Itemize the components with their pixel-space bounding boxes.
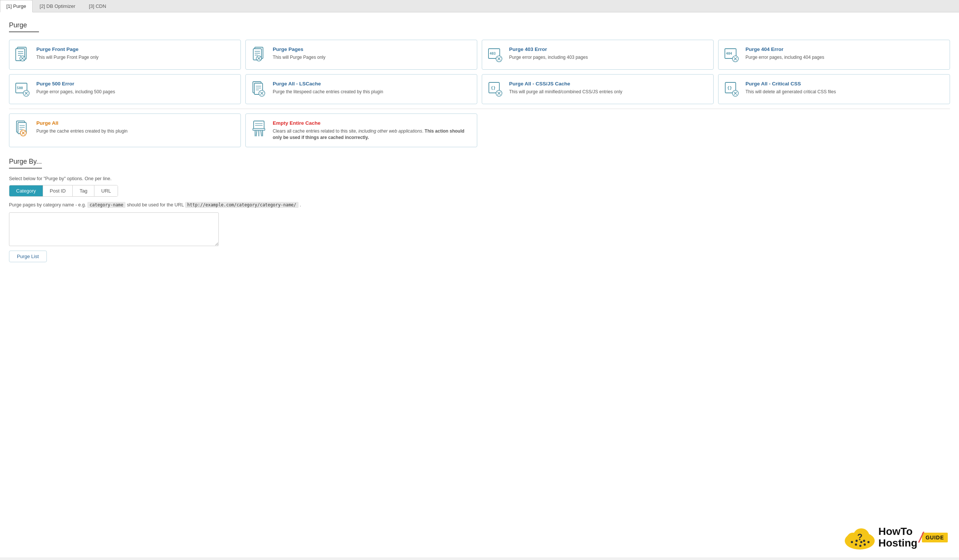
card-title-purge-404: Purge 404 Error — [746, 46, 824, 53]
purge-tab-tag[interactable]: Tag — [73, 185, 94, 196]
tab-db-optimizer[interactable]: [2] DB Optimizer — [33, 0, 82, 12]
card-purge-404[interactable]: 404 Purge 404 Error Purge error pages, i… — [718, 40, 950, 70]
section-title-purge: Purge — [9, 21, 39, 32]
card-title-purge-all-criticalcss: Purge All - Critical CSS — [746, 81, 836, 87]
card-desc-purge-pages: This will Purge Pages only — [273, 54, 325, 61]
purge-by-category-desc: Purge pages by category name - e.g. cate… — [9, 201, 950, 208]
purge-by-section: Purge By... Select below for "Purge by" … — [9, 158, 950, 262]
svg-text:500: 500 — [17, 86, 23, 90]
card-empty-entire-cache[interactable]: Empty Entire Cache Clears all cache entr… — [245, 113, 477, 147]
category-name-code: category-name — [87, 202, 126, 208]
card-title-purge-front-page: Purge Front Page — [36, 46, 99, 53]
tabs-bar: [1] Purge [2] DB Optimizer [3] CDN — [0, 0, 959, 12]
section-divider — [9, 109, 950, 109]
purge-by-hint: Select below for "Purge by" options. One… — [9, 176, 950, 181]
svg-text:403: 403 — [490, 52, 495, 56]
error-500-icon: 500 — [14, 81, 32, 98]
card-purge-500[interactable]: 500 Purge 500 Error Purge error pages, i… — [9, 74, 241, 104]
card-desc-purge-403: Purge error pages, including 403 pages — [509, 54, 588, 61]
card-desc-empty-entire-cache: Clears all cache entries related to this… — [273, 128, 472, 141]
svg-line-63 — [261, 130, 261, 136]
cssjs-icon: {} — [487, 81, 505, 98]
card-desc-purge-500: Purge error pages, including 500 pages — [36, 89, 115, 95]
tab-cdn[interactable]: [3] CDN — [83, 0, 112, 12]
purge-list-button[interactable]: Purge List — [9, 251, 47, 262]
card-title-purge-all: Purge All — [36, 120, 127, 127]
purge-tab-url[interactable]: URL — [94, 185, 118, 196]
purge-by-title: Purge By... — [9, 158, 42, 169]
card-purge-403[interactable]: 403 Purge 403 Error Purge error pages, i… — [482, 40, 714, 70]
pages-x-icon — [251, 46, 268, 63]
main-content: Purge Purge Front Page This will Purge — [0, 12, 959, 557]
svg-line-61 — [256, 130, 257, 136]
card-desc-purge-front-page: This will Purge Front Page only — [36, 54, 99, 61]
error-403-icon: 403 — [487, 46, 505, 63]
purge-all-icon — [14, 120, 32, 137]
cards-row1: Purge Front Page This will Purge Front P… — [9, 40, 950, 70]
card-purge-all-cssjs[interactable]: {} Purge All - CSS/JS Cache This will pu… — [482, 74, 714, 104]
card-title-purge-all-cssjs: Purge All - CSS/JS Cache — [509, 81, 622, 87]
lscache-icon — [251, 81, 268, 98]
card-purge-all-lscache[interactable]: Purge All - LSCache Purge the litespeed … — [245, 74, 477, 104]
purge-list-textarea[interactable] — [9, 212, 219, 246]
card-purge-pages[interactable]: Purge Pages This will Purge Pages only — [245, 40, 477, 70]
card-purge-all[interactable]: Purge All Purge the cache entries create… — [9, 113, 241, 147]
card-title-purge-500: Purge 500 Error — [36, 81, 115, 87]
cards-row2: 500 Purge 500 Error Purge error pages, i… — [9, 74, 950, 104]
criticalcss-icon: {} — [724, 81, 741, 98]
card-title-purge-pages: Purge Pages — [273, 46, 325, 53]
purge-by-tabs: Category Post ID Tag URL — [9, 185, 118, 197]
svg-rect-57 — [253, 121, 264, 129]
url-example-code: http://example.com/category/category-nam… — [185, 202, 299, 208]
page-x-icon — [14, 46, 32, 63]
card-desc-purge-404: Purge error pages, including 404 pages — [746, 54, 824, 61]
purge-tab-post-id[interactable]: Post ID — [43, 185, 73, 196]
svg-text:404: 404 — [726, 52, 732, 56]
error-404-icon: 404 — [724, 46, 741, 63]
card-title-purge-403: Purge 403 Error — [509, 46, 588, 53]
card-desc-purge-all-cssjs: This will purge all minified/combined CS… — [509, 89, 622, 95]
empty-cache-icon — [251, 120, 268, 137]
card-title-empty-entire-cache: Empty Entire Cache — [273, 120, 472, 127]
card-purge-all-criticalcss[interactable]: {} Purge All - Critical CSS This will de… — [718, 74, 950, 104]
card-purge-front-page[interactable]: Purge Front Page This will Purge Front P… — [9, 40, 241, 70]
svg-text:{}: {} — [727, 85, 732, 90]
purge-tab-category[interactable]: Category — [10, 185, 43, 196]
tab-purge[interactable]: [1] Purge — [0, 0, 33, 12]
card-title-purge-all-lscache: Purge All - LSCache — [273, 81, 383, 87]
card-desc-purge-all-lscache: Purge the litespeed cache entries create… — [273, 89, 383, 95]
card-desc-purge-all-criticalcss: This will delete all generated critical … — [746, 89, 836, 95]
svg-text:{}: {} — [491, 85, 495, 90]
svg-rect-65 — [253, 129, 265, 130]
card-desc-purge-all: Purge the cache entries created by this … — [36, 128, 127, 134]
cards-row3: Purge All Purge the cache entries create… — [9, 113, 950, 147]
